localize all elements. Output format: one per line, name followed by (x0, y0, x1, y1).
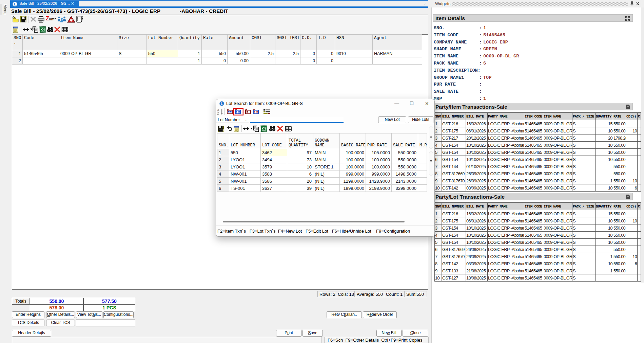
svg-text:Z: Z (217, 112, 219, 115)
